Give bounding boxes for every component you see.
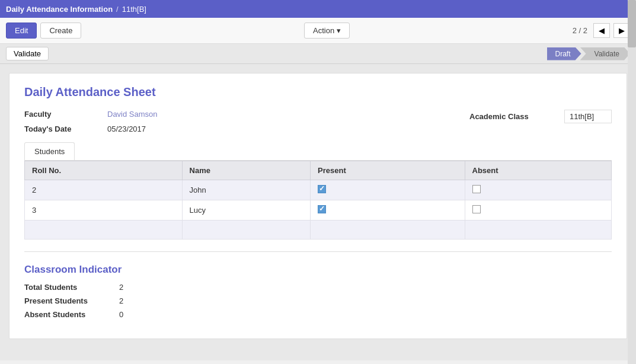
scrollbar-thumb[interactable] xyxy=(628,0,636,47)
present-checkbox[interactable] xyxy=(318,185,326,193)
top-bar: Daily Attendance Information / 11th[B] xyxy=(0,0,636,18)
cell-present xyxy=(311,180,465,200)
present-checkbox[interactable] xyxy=(318,205,326,213)
breadcrumb-separator: / xyxy=(116,5,119,14)
action-label: Action xyxy=(313,26,334,35)
faculty-field: Faculty David Samson xyxy=(24,110,158,119)
academic-class-value: 11th[B] xyxy=(564,110,612,123)
edit-button[interactable]: Edit xyxy=(6,23,37,39)
card-title: Daily Attendance Sheet xyxy=(24,85,612,99)
faculty-value[interactable]: David Samson xyxy=(107,110,158,119)
divider xyxy=(24,251,612,252)
step-validate: Validate xyxy=(580,47,630,60)
breadcrumb-main[interactable]: Daily Attendance Information xyxy=(6,5,113,14)
cell-present xyxy=(311,200,465,221)
table-empty-row xyxy=(25,221,612,240)
col-present: Present xyxy=(311,161,465,180)
total-label: Total Students xyxy=(24,283,119,292)
academic-class-field: Academic Class 11th[B] xyxy=(469,110,612,123)
step-draft: Draft xyxy=(547,47,581,60)
tabs: Students Roll No. Name Present Absent 2J… xyxy=(24,142,612,240)
cell-name: Lucy xyxy=(182,200,310,221)
classroom-indicator: Classroom Indicator Total Students 2 Pre… xyxy=(24,264,612,319)
absent-checkbox[interactable] xyxy=(472,185,481,193)
faculty-label: Faculty xyxy=(24,110,107,119)
toolbar: Edit Create Action ▾ 2 / 2 ◀ ▶ xyxy=(0,18,636,44)
present-value: 2 xyxy=(119,296,123,305)
date-field: Today's Date 05/23/2017 xyxy=(24,124,158,133)
date-label: Today's Date xyxy=(24,124,107,133)
scrollbar-track[interactable] xyxy=(628,0,636,360)
validate-button[interactable]: Validate xyxy=(6,47,49,60)
form-section: Faculty David Samson Today's Date 05/23/… xyxy=(24,110,612,133)
absent-students-row: Absent Students 0 xyxy=(24,310,612,319)
col-name: Name xyxy=(182,161,310,180)
total-students-row: Total Students 2 xyxy=(24,283,612,292)
pagination-info: 2 / 2 xyxy=(573,26,587,35)
workflow-steps: Draft Validate xyxy=(547,47,631,60)
col-absent: Absent xyxy=(465,161,611,180)
cell-absent xyxy=(465,180,611,200)
action-button[interactable]: Action ▾ xyxy=(304,23,350,39)
action-dropdown-icon: ▾ xyxy=(337,26,341,35)
table-row: 2John xyxy=(25,180,612,200)
date-value: 05/23/2017 xyxy=(107,124,146,133)
form-col-left: Faculty David Samson Today's Date 05/23/… xyxy=(24,110,158,133)
status-bar: Validate Draft Validate xyxy=(0,44,636,64)
present-label: Present Students xyxy=(24,296,119,305)
present-students-row: Present Students 2 xyxy=(24,296,612,305)
cell-absent xyxy=(465,200,611,221)
total-value: 2 xyxy=(119,283,123,292)
col-roll: Roll No. xyxy=(25,161,183,180)
academic-class-label: Academic Class xyxy=(469,112,564,121)
breadcrumb-sub[interactable]: 11th[B] xyxy=(122,5,146,14)
absent-checkbox[interactable] xyxy=(472,205,481,213)
create-button[interactable]: Create xyxy=(40,23,81,39)
absent-value: 0 xyxy=(119,310,123,319)
cell-name: John xyxy=(182,180,310,200)
students-table: Roll No. Name Present Absent 2John3Lucy xyxy=(24,161,612,240)
table-row: 3Lucy xyxy=(25,200,612,221)
form-col-right: Academic Class 11th[B] xyxy=(469,110,612,133)
tab-students[interactable]: Students xyxy=(24,142,75,160)
main-content: Daily Attendance Sheet Faculty David Sam… xyxy=(0,64,636,360)
cell-roll: 3 xyxy=(25,200,183,221)
attendance-card: Daily Attendance Sheet Faculty David Sam… xyxy=(9,73,627,339)
tab-list: Students xyxy=(24,142,612,161)
absent-label: Absent Students xyxy=(24,310,119,319)
cell-roll: 2 xyxy=(25,180,183,200)
prev-button[interactable]: ◀ xyxy=(593,23,610,38)
indicator-title: Classroom Indicator xyxy=(24,264,612,276)
